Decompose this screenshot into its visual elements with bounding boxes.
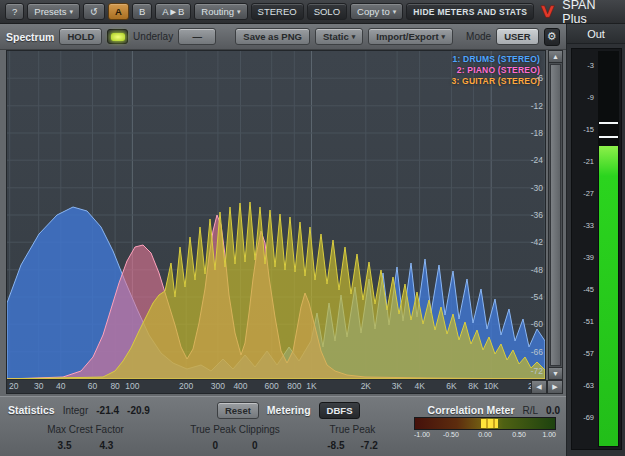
freq-tick-label: 40 [56, 381, 65, 391]
db-tick-label: -30 [531, 183, 543, 193]
correlation-tick-label: 0.50 [512, 431, 526, 438]
solo-button[interactable]: SOLO [307, 3, 347, 20]
meter-tick-label: -21 [572, 157, 594, 166]
arrow-right-icon: ▶ [552, 383, 557, 391]
hide-meters-button[interactable]: HIDE METERS AND STATS [406, 3, 534, 20]
freq-tick-label: 6K [446, 381, 456, 391]
db-tick-label: -18 [531, 128, 543, 138]
vertical-scrollbar[interactable] [548, 50, 563, 380]
freq-tick-label: 3K [392, 381, 402, 391]
save-as-png-button[interactable]: Save as PNG [235, 28, 310, 45]
metering-mode-button[interactable]: DBFS [319, 402, 361, 419]
reset-button[interactable]: Reset [217, 402, 259, 419]
correlation-level-segment [481, 419, 498, 428]
freq-tick-label: 4K [414, 381, 424, 391]
correlation-scale: -1.00-0.500.000.501.00 [414, 431, 556, 441]
freq-tick-label: 200 [179, 381, 193, 391]
undo-icon: ↺ [90, 6, 98, 17]
stereo-button[interactable]: STEREO [251, 3, 304, 20]
a-to-b-button[interactable]: A►B [155, 3, 191, 20]
max-crest-right: 4.3 [100, 440, 114, 451]
meter-tick-label: -27 [572, 189, 594, 198]
scroll-left-button[interactable]: ◀ [531, 380, 547, 394]
chevron-down-icon: ▾ [442, 33, 446, 40]
metering-label: Metering [267, 404, 311, 416]
arrow-left-icon: ◀ [536, 383, 541, 391]
chevron-down-icon: ▾ [393, 8, 397, 15]
routing-label: Routing [201, 6, 234, 17]
meter-tick-label: -45 [572, 285, 594, 294]
scroll-down-button[interactable]: ▼ [548, 367, 563, 380]
out-label: Out [567, 24, 625, 44]
gear-icon: ⚙ [547, 30, 557, 43]
routing-button[interactable]: Routing ▾ [194, 3, 247, 20]
freq-tick-label: 300 [211, 381, 225, 391]
true-peak-block: True Peak -8.5 -7.2 [300, 419, 405, 451]
correlation-tick-label: -0.50 [443, 431, 459, 438]
scroll-up-button[interactable]: ▲ [548, 50, 563, 63]
static-select[interactable]: Static ▾ [315, 28, 363, 45]
presets-label: Presets [34, 6, 66, 17]
legend-item: 1: DRUMS (STEREO) [452, 54, 540, 65]
arrow-down-icon: ▼ [552, 370, 559, 377]
integr-value-left: -21.4 [96, 405, 119, 416]
chevron-down-icon: ▾ [237, 8, 241, 15]
rl-label: R/L [523, 405, 539, 416]
max-crest-label: Max Crest Factor [47, 424, 124, 435]
correlation-tick-label: -1.00 [414, 431, 430, 438]
true-peak-clippings-label: True Peak Clippings [190, 424, 280, 435]
spectrum-toolbar: Spectrum HOLD Underlay — Save as PNG Sta… [0, 24, 566, 50]
meter-tick-label: -15 [572, 125, 594, 134]
freq-tick-label: 2K [361, 381, 371, 391]
db-tick-label: -12 [531, 101, 543, 111]
tp-clip-right: 0 [252, 440, 258, 451]
freq-tick-label: 800 [287, 381, 301, 391]
tab-statistics[interactable]: Statistics [8, 404, 55, 416]
freq-tick-label: 100 [125, 381, 139, 391]
db-tick-label: -72 [531, 366, 543, 376]
spectrum-plot: 1: DRUMS (STEREO)2: PIANO (STEREO)3: GUI… [7, 51, 545, 379]
output-meter: -3-9-15-21-27-33-39-45-51-57-63-69 [571, 48, 622, 450]
help-button[interactable]: ? [5, 3, 24, 20]
max-crest-block: Max Crest Factor 3.5 4.3 [8, 419, 163, 451]
presets-button[interactable]: Presets ▾ [27, 3, 80, 20]
import-export-select[interactable]: Import/Export ▾ [368, 28, 453, 45]
chevron-down-icon: ▾ [70, 8, 74, 15]
freq-tick-label: 8K [468, 381, 478, 391]
meter-tick-label: -51 [572, 317, 594, 326]
led-on-indicator [111, 33, 125, 41]
static-label: Static [323, 31, 349, 42]
settings-button[interactable]: ⚙ [544, 28, 560, 46]
ab-b-button[interactable]: B [132, 3, 152, 20]
peak-hold-mark [599, 122, 618, 124]
integr-label: Integr [63, 405, 89, 416]
true-peak-label: True Peak [330, 424, 376, 435]
copy-to-button[interactable]: Copy to ▾ [350, 3, 403, 20]
spectrum-display[interactable]: 1: DRUMS (STEREO)2: PIANO (STEREO)3: GUI… [6, 50, 546, 394]
meter-tick-label: -3 [572, 61, 594, 70]
freq-tick-label: 10K [484, 381, 499, 391]
output-meter-panel: Out -3-9-15-21-27-33-39-45-51-57-63-69 [566, 24, 625, 456]
scroll-right-button[interactable]: ▶ [547, 380, 563, 394]
freq-tick-label: 60 [88, 381, 97, 391]
vertical-scrollbar-thumb[interactable] [550, 64, 561, 366]
hold-led-toggle[interactable] [107, 29, 128, 44]
legend-item: 3: GUITAR (STEREO) [452, 76, 540, 87]
span-plus-window: ? Presets ▾ ↺ A B A►B Routing ▾ STEREO S… [0, 0, 625, 456]
meter-tick-label: -57 [572, 349, 594, 358]
db-tick-label: -66 [531, 347, 543, 357]
correlation-meter-label: Correlation Meter [428, 404, 515, 416]
undo-button[interactable]: ↺ [83, 3, 105, 20]
output-meter-bar [598, 51, 619, 447]
freq-tick-label: 30 [34, 381, 43, 391]
underlay-select[interactable]: — [178, 28, 216, 45]
meter-tick-label: -33 [572, 221, 594, 230]
mode-user-button[interactable]: USER [496, 28, 538, 45]
freq-tick-label: 1K [306, 381, 316, 391]
meter-tick-label: -39 [572, 253, 594, 262]
spectrum-legend: 1: DRUMS (STEREO)2: PIANO (STEREO)3: GUI… [452, 54, 540, 87]
true-peak-clippings-block: True Peak Clippings 0 0 [160, 419, 310, 451]
tab-spectrum[interactable]: Spectrum [6, 31, 54, 43]
ab-a-button[interactable]: A [108, 3, 129, 20]
hold-button[interactable]: HOLD [59, 28, 102, 45]
